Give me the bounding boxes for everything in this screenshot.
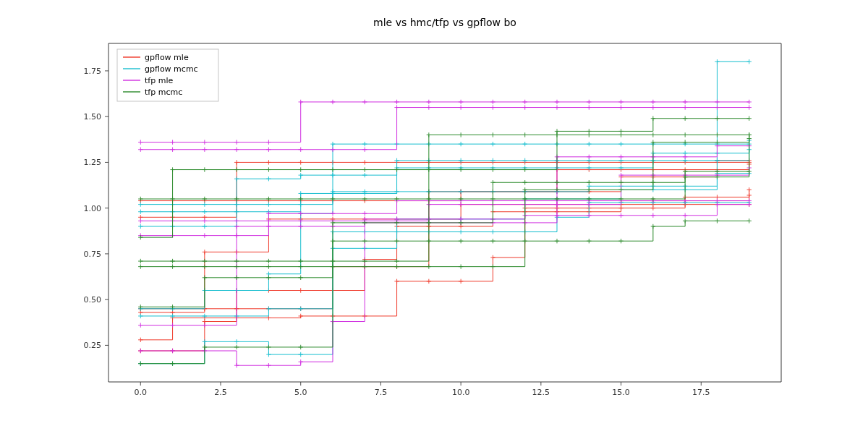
series-line bbox=[140, 139, 749, 364]
y-tick-label: 0.50 bbox=[84, 295, 102, 305]
series-line bbox=[140, 108, 749, 150]
legend-label: gpflow mcmc bbox=[145, 64, 198, 74]
series-line bbox=[140, 135, 749, 261]
series-line bbox=[140, 205, 749, 366]
x-tick-label: 0.0 bbox=[135, 388, 148, 397]
series-line bbox=[140, 221, 749, 307]
series-line bbox=[140, 135, 749, 199]
series-line bbox=[140, 61, 749, 363]
chart-title: mle vs hmc/tfp vs gpflow bo bbox=[373, 17, 516, 28]
series-line bbox=[140, 119, 749, 237]
x-tick-label: 7.5 bbox=[375, 388, 388, 397]
series-line bbox=[140, 161, 749, 201]
y-tick-label: 0.75 bbox=[84, 250, 102, 259]
y-tick-label: 1.50 bbox=[84, 112, 102, 122]
series-line bbox=[140, 174, 749, 205]
series-line bbox=[140, 168, 749, 221]
x-tick-label: 2.5 bbox=[214, 388, 227, 397]
x-tick-label: 10.0 bbox=[452, 388, 470, 397]
series-line bbox=[140, 102, 749, 142]
x-tick-label: 12.5 bbox=[532, 388, 550, 397]
y-tick-label: 1.75 bbox=[84, 67, 102, 76]
legend: gpflow mlegpflow mcmctfp mletfp mcmc bbox=[117, 49, 218, 101]
series-line bbox=[140, 195, 749, 351]
y-tick-label: 1.00 bbox=[84, 204, 102, 213]
y-tick-label: 0.25 bbox=[84, 341, 102, 350]
x-tick-label: 15.0 bbox=[612, 388, 630, 397]
series-line bbox=[140, 203, 749, 316]
legend-label: gpflow mle bbox=[145, 53, 189, 62]
series-line bbox=[140, 190, 749, 339]
x-tick-label: 17.5 bbox=[692, 388, 710, 397]
y-tick-label: 1.25 bbox=[84, 158, 102, 167]
legend-label: tfp mcmc bbox=[145, 88, 182, 97]
legend-label: tfp mle bbox=[145, 76, 173, 85]
series-line bbox=[140, 201, 749, 236]
x-tick-label: 5.0 bbox=[294, 388, 307, 397]
